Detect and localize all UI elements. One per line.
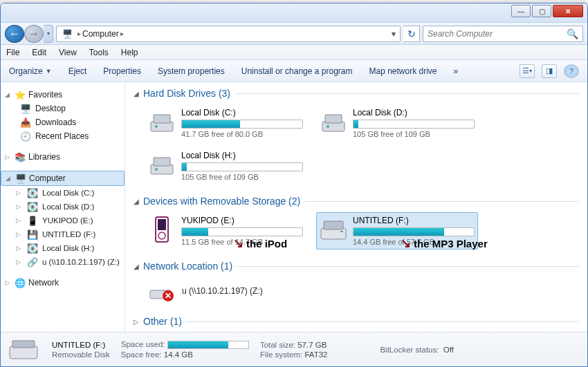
drive-icon — [148, 216, 176, 243]
computer-icon: 🖥️ — [15, 173, 26, 184]
drive-info: 105 GB free of 109 GB — [353, 130, 475, 138]
drive-name: YUKIPOD (E:) — [181, 216, 303, 225]
collapse-icon[interactable]: ◢ — [134, 263, 139, 270]
drive-item[interactable]: Local Disk (C:)41.7 GB free of 80.0 GB — [145, 104, 306, 142]
section-other-header[interactable]: ▷Other (1) — [134, 314, 579, 328]
back-button[interactable]: ← — [5, 25, 24, 43]
drive-info: 105 GB free of 109 GB — [181, 173, 303, 181]
nav-history-dropdown[interactable]: ▾ — [44, 25, 53, 43]
toolbar-map-drive[interactable]: Map network drive — [369, 66, 437, 76]
toolbar-system-properties[interactable]: System properties — [158, 66, 225, 76]
sidebar-drive-z[interactable]: ▷🔗u (\\10.10.21.197) (Z:) — [1, 255, 125, 269]
collapse-icon[interactable]: ◢ — [6, 175, 12, 182]
details-usage-bar — [167, 341, 249, 349]
sidebar-libraries[interactable]: ▷📚Libraries — [1, 150, 125, 164]
drive-usage-bar — [353, 120, 475, 129]
toolbar-uninstall[interactable]: Uninstall or change a program — [241, 66, 353, 76]
hdd-icon: 💽 — [27, 243, 38, 254]
drive-usage-bar — [181, 162, 303, 171]
svg-text:✕: ✕ — [165, 291, 172, 301]
sidebar-downloads[interactable]: 📥Downloads — [1, 115, 125, 129]
expand-icon[interactable]: ▷ — [16, 245, 23, 252]
toolbar-organize[interactable]: Organize ▼ — [9, 66, 52, 76]
search-box[interactable]: 🔍 — [423, 26, 583, 42]
collapse-icon[interactable]: ◢ — [134, 198, 139, 205]
network-drive-label: u (\\10.10.21.197) (Z:) — [182, 286, 263, 296]
expand-icon[interactable]: ▷ — [16, 203, 23, 210]
drive-info: 41.7 GB free of 80.0 GB — [181, 130, 303, 138]
network-drive-error-icon: ✕ — [147, 277, 175, 305]
drive-name: Local Disk (D:) — [353, 108, 475, 117]
toolbar-overflow[interactable]: » — [454, 66, 459, 76]
menu-edit[interactable]: Edit — [32, 48, 46, 57]
details-pane: UNTITLED (F:) Removable Disk Space used:… — [1, 332, 587, 366]
network-drive-item[interactable]: ✕ u (\\10.10.21.197) (Z:) — [134, 273, 579, 309]
toolbar-properties[interactable]: Properties — [103, 66, 141, 76]
sidebar-favorites[interactable]: ◢⭐Favorites — [1, 88, 125, 102]
svg-point-5 — [327, 125, 329, 128]
toolbar-eject[interactable]: Eject — [68, 66, 87, 76]
minimize-button[interactable]: — — [511, 5, 531, 17]
menu-file[interactable]: File — [6, 48, 19, 57]
drive-info: 11.5 GB free of 14.7 GB — [181, 238, 303, 246]
expand-icon[interactable]: ▷ — [16, 231, 23, 238]
menu-help[interactable]: Help — [121, 48, 138, 57]
menu-tools[interactable]: Tools — [89, 48, 109, 57]
svg-point-2 — [155, 125, 158, 128]
sidebar-drive-d[interactable]: ▷💽Local Disk (D:) — [1, 200, 125, 214]
expand-icon[interactable]: ▷ — [5, 279, 12, 286]
sidebar-recent[interactable]: 🕘Recent Places — [1, 129, 125, 143]
svg-point-8 — [155, 168, 158, 171]
section-network-header[interactable]: ◢Network Location (1) — [134, 259, 579, 273]
svg-rect-19 — [12, 341, 35, 348]
preview-pane-button[interactable]: ◨ — [542, 64, 557, 78]
drive-item[interactable]: UNTITLED (F:)14.4 GB free of 57.7 GB — [316, 212, 478, 250]
breadcrumb-sep-icon: ▸ — [77, 30, 81, 37]
svg-rect-10 — [158, 219, 166, 230]
expand-icon[interactable]: ▷ — [16, 258, 23, 265]
address-bar[interactable]: 🖥️ ▸ Computer ▸ ▾ — [56, 26, 401, 42]
maximize-button[interactable]: ▢ — [532, 5, 551, 17]
expand-icon[interactable]: ▷ — [5, 153, 12, 160]
help-button[interactable]: ? — [564, 64, 579, 78]
sidebar-network[interactable]: ▷🌐Network — [1, 276, 125, 290]
drive-name: UNTITLED (F:) — [353, 216, 475, 225]
expand-icon[interactable]: ▷ — [134, 318, 139, 326]
drive-usage-bar — [181, 120, 303, 129]
drive-item[interactable]: Local Disk (D:)105 GB free of 109 GB — [316, 104, 478, 142]
nav-bar: ← → ▾ 🖥️ ▸ Computer ▸ ▾ ↻ 🔍 — [1, 23, 587, 45]
view-options-button[interactable]: ☰▾ — [520, 64, 535, 78]
section-hdd-header[interactable]: ◢Hard Disk Drives (3) — [134, 86, 579, 100]
main-content: ◢Hard Disk Drives (3) Local Disk (C:)41.… — [125, 82, 587, 332]
section-removable-header[interactable]: ◢Devices with Removable Storage (2) — [134, 194, 579, 208]
star-icon: ⭐ — [15, 89, 26, 100]
breadcrumb-location[interactable]: Computer — [82, 29, 119, 39]
forward-button[interactable]: → — [24, 25, 44, 43]
toolbar: Organize ▼ Eject Properties System prope… — [1, 60, 587, 82]
collapse-icon[interactable]: ◢ — [5, 91, 12, 98]
sidebar-computer[interactable]: ◢🖥️Computer — [1, 171, 125, 186]
ipod-icon: 📱 — [27, 215, 38, 226]
search-icon: 🔍 — [567, 28, 578, 39]
close-button[interactable]: ✕ — [553, 5, 583, 17]
sidebar-desktop[interactable]: 🖥️Desktop — [1, 102, 125, 115]
address-dropdown-icon[interactable]: ▾ — [392, 29, 396, 39]
svg-rect-14 — [340, 231, 343, 232]
details-used-label: Space used: — [121, 340, 165, 348]
search-input[interactable] — [428, 29, 567, 39]
drive-item[interactable]: YUKIPOD (E:)11.5 GB free of 14.7 GB — [145, 212, 306, 250]
menu-bar: File Edit View Tools Help — [1, 45, 587, 60]
expand-icon[interactable]: ▷ — [16, 217, 23, 224]
removable-icon: 💾 — [27, 229, 38, 240]
collapse-icon[interactable]: ◢ — [134, 90, 139, 97]
menu-view[interactable]: View — [59, 48, 77, 57]
sidebar-drive-e[interactable]: ▷📱YUKIPOD (E:) — [1, 214, 125, 227]
sidebar-drive-f[interactable]: ▷💾UNTITLED (F:) — [1, 227, 125, 241]
network-drive-icon: 🔗 — [27, 256, 38, 267]
sidebar-drive-h[interactable]: ▷💽Local Disk (H:) — [1, 241, 125, 255]
drive-item[interactable]: Local Disk (H:)105 GB free of 109 GB — [145, 147, 306, 185]
expand-icon[interactable]: ▷ — [16, 189, 23, 196]
sidebar-drive-c[interactable]: ▷💽Local Disk (C:) — [1, 186, 125, 200]
refresh-button[interactable]: ↻ — [403, 26, 420, 42]
details-fs-label: File system: — [260, 350, 302, 359]
